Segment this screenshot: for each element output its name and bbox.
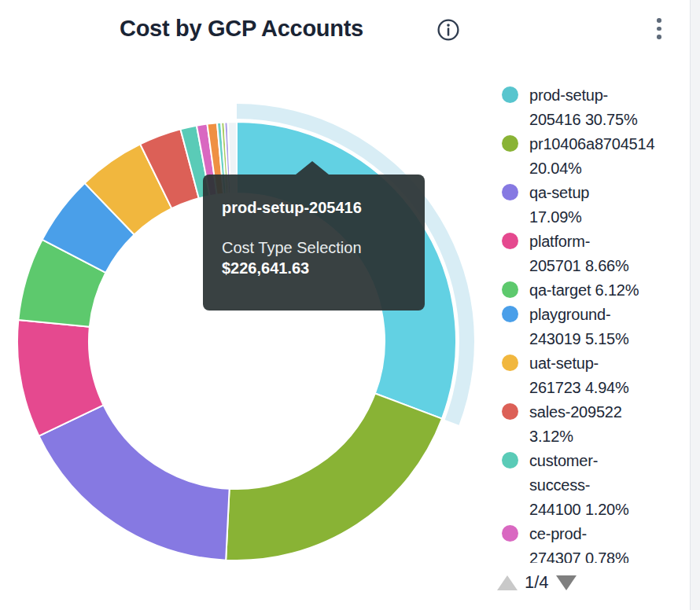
legend-label: uat-setup-261723 4.94% — [529, 351, 629, 400]
legend-page-label: 1/4 — [525, 573, 549, 592]
legend-item[interactable]: qa-setup17.09% — [502, 181, 692, 230]
panel-edge — [690, 0, 700, 610]
legend-label: prod-setup-205416 30.75% — [529, 83, 638, 132]
legend-swatch-icon — [502, 403, 518, 420]
donut-slice-pr10406a8704514[interactable] — [226, 393, 442, 560]
legend-item[interactable]: ce-prod-274307 0.78% — [502, 522, 692, 563]
legend-swatch-icon — [502, 184, 518, 200]
tooltip-value: $226,641.63 — [222, 258, 406, 278]
legend-pager: 1/4 — [497, 573, 577, 592]
legend-swatch-icon — [502, 86, 518, 103]
legend-label: pr10406a870451420.04% — [529, 132, 654, 181]
chart-tooltip: prod-setup-205416 Cost Type Selection $2… — [203, 175, 425, 311]
legend-label: qa-setup17.09% — [529, 181, 589, 230]
legend-label: ce-prod-274307 0.78% — [529, 522, 629, 563]
legend-swatch-icon — [502, 281, 518, 298]
donut-slice-qa-setup[interactable] — [39, 405, 229, 560]
legend-swatch-icon — [502, 135, 518, 152]
legend: prod-setup-205416 30.75%pr10406a87045142… — [502, 83, 692, 563]
legend-swatch-icon — [502, 306, 518, 322]
legend-item[interactable]: pr10406a870451420.04% — [502, 132, 692, 181]
legend-item[interactable]: uat-setup-261723 4.94% — [502, 351, 692, 400]
tooltip-arrow — [296, 161, 329, 175]
legend-page-down-icon[interactable] — [556, 575, 577, 590]
legend-item[interactable]: playground-243019 5.15% — [502, 303, 692, 351]
legend-item[interactable]: platform-205701 8.66% — [502, 230, 692, 278]
kebab-menu-icon[interactable] — [654, 18, 665, 45]
tooltip-label: Cost Type Selection — [222, 237, 406, 258]
legend-label: sales-2095223.12% — [529, 400, 622, 449]
legend-item[interactable]: sales-2095223.12% — [502, 400, 692, 449]
legend-label: qa-target 6.12% — [529, 278, 639, 303]
legend-swatch-icon — [502, 355, 518, 371]
legend-swatch-icon — [502, 233, 518, 249]
legend-swatch-icon — [502, 525, 518, 542]
legend-item[interactable]: qa-target 6.12% — [502, 278, 692, 303]
legend-label: platform-205701 8.66% — [529, 230, 629, 278]
legend-label: customer-success-244100 1.20% — [529, 449, 629, 522]
tooltip-title: prod-setup-205416 — [222, 198, 406, 217]
legend-swatch-icon — [502, 452, 518, 469]
legend-item[interactable]: prod-setup-205416 30.75% — [502, 83, 692, 132]
legend-item[interactable]: customer-success-244100 1.20% — [502, 449, 692, 522]
legend-page-up-icon[interactable] — [497, 575, 518, 590]
legend-label: playground-243019 5.15% — [529, 303, 629, 351]
